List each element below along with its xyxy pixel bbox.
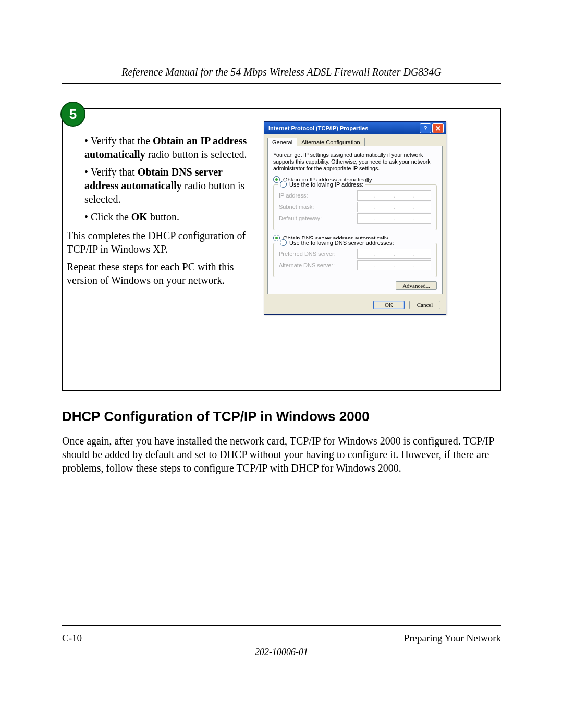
running-header: Reference Manual for the 54 Mbps Wireles… — [51, 66, 512, 78]
step-para-2: Repeat these steps for each PC with this… — [67, 260, 254, 287]
cancel-button[interactable]: Cancel — [409, 301, 440, 309]
tab-alternate-configuration[interactable]: Alternate Configuration — [297, 138, 365, 146]
fieldset-static-dns: Use the following DNS server addresses: … — [273, 243, 437, 277]
footer-rule — [62, 625, 501, 626]
row-default-gateway: Default gateway: ... — [279, 213, 431, 224]
input-alternate-dns[interactable]: ... — [357, 260, 431, 270]
label-gw: Default gateway: — [279, 215, 357, 221]
tab-general-body: You can get IP settings assigned automat… — [267, 146, 443, 294]
header-rule — [62, 83, 501, 84]
dialog-tabs: GeneralAlternate Configuration — [264, 134, 446, 146]
step-text-column: 5 • Verify that the Obtain an IP address… — [63, 109, 259, 390]
fieldset-static-ip: Use the following IP address: IP address… — [273, 184, 437, 230]
tab-general[interactable]: General — [267, 138, 297, 146]
radio-icon — [280, 239, 287, 246]
label-pdns: Preferred DNS server: — [279, 251, 357, 257]
row-alternate-dns: Alternate DNS server: ... — [279, 260, 431, 270]
tcpip-properties-dialog: Internet Protocol (TCP/IP) Properties ? … — [264, 121, 446, 315]
input-ip-address[interactable]: ... — [357, 190, 431, 201]
step-para-1: This completes the DHCP configuration of… — [67, 229, 254, 256]
step-bullet-2: • Verify that Obtain DNS server address … — [84, 165, 254, 206]
step-bullets: • Verify that the Obtain an IP address a… — [84, 134, 254, 224]
label-mask: Subnet mask: — [279, 204, 357, 210]
radio-icon — [280, 181, 287, 188]
label-ip: IP address: — [279, 192, 357, 199]
radio-use-static-dns[interactable]: Use the following DNS server addresses: — [278, 239, 396, 246]
footer-doc-number: 202-10006-01 — [51, 647, 512, 658]
radio-use-static-ip[interactable]: Use the following IP address: — [278, 181, 365, 188]
row-preferred-dns: Preferred DNS server: ... — [279, 249, 431, 259]
section-heading: DHCP Configuration of TCP/IP in Windows … — [62, 409, 501, 425]
page-outer-border: Reference Manual for the 54 Mbps Wireles… — [44, 41, 519, 687]
dialog-buttons: OK Cancel — [264, 298, 446, 314]
step-number-badge: 5 — [60, 102, 85, 127]
dialog-description: You can get IP settings assigned automat… — [273, 152, 437, 172]
advanced-button-row: Advanced... — [273, 281, 437, 290]
legend-label: Use the following DNS server addresses: — [289, 240, 394, 246]
dialog-titlebar[interactable]: Internet Protocol (TCP/IP) Properties ? … — [264, 122, 446, 134]
step-bullet-3: • Click the OK button. — [84, 210, 254, 224]
legend-label: Use the following IP address: — [289, 181, 363, 188]
page-inner: Reference Manual for the 54 Mbps Wireles… — [51, 47, 512, 681]
advanced-button[interactable]: Advanced... — [396, 281, 437, 290]
input-default-gateway[interactable]: ... — [357, 213, 431, 224]
help-icon[interactable]: ? — [420, 123, 431, 133]
ok-button[interactable]: OK — [373, 301, 405, 309]
footer-chapter-title: Preparing Your Network — [404, 633, 501, 644]
step-bullet-1: • Verify that the Obtain an IP address a… — [84, 134, 254, 161]
row-subnet-mask: Subnet mask: ... — [279, 202, 431, 212]
label-adns: Alternate DNS server: — [279, 262, 357, 268]
close-icon[interactable]: ✕ — [432, 123, 444, 133]
input-preferred-dns[interactable]: ... — [357, 249, 431, 259]
footer-page-number: C-10 — [62, 633, 82, 644]
input-subnet-mask[interactable]: ... — [357, 202, 431, 212]
dialog-title: Internet Protocol (TCP/IP) Properties — [266, 125, 419, 131]
document-page: Reference Manual for the 54 Mbps Wireles… — [0, 0, 563, 728]
row-ip-address: IP address: ... — [279, 190, 431, 201]
screenshot-column: Internet Protocol (TCP/IP) Properties ? … — [259, 109, 500, 390]
section-body: Once again, after you have installed the… — [62, 434, 501, 475]
step-panel: 5 • Verify that the Obtain an IP address… — [62, 108, 501, 391]
